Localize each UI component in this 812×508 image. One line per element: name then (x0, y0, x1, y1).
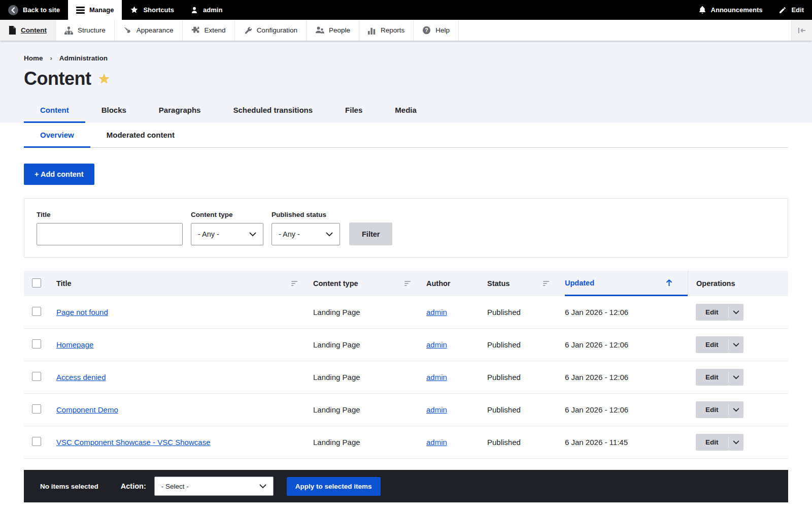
content-title-link[interactable]: Page not found (56, 308, 108, 316)
back-to-site-button[interactable]: Back to site (0, 0, 68, 20)
author-link[interactable]: admin (426, 373, 447, 382)
announcements-button[interactable]: Announcements (690, 0, 771, 20)
author-link[interactable]: admin (426, 405, 447, 414)
help-icon: ? (422, 26, 431, 35)
menu-item-people[interactable]: People (307, 20, 359, 41)
people-icon (315, 26, 324, 35)
table-row: Homepage Landing Page admin Published 6 … (24, 329, 788, 361)
manage-tab[interactable]: Manage (68, 0, 122, 20)
operations-split-button: Edit (696, 401, 743, 418)
content-title-link[interactable]: VSC Component Showcase - VSC Showcase (56, 438, 210, 447)
bookmark-star-icon[interactable]: ★ (98, 71, 110, 87)
tab-blocks[interactable]: Blocks (85, 100, 143, 123)
chevron-down-icon (326, 232, 333, 237)
content-type-select[interactable]: - Any - (191, 223, 263, 245)
chevron-down-icon (249, 232, 256, 237)
tab-content[interactable]: Content (24, 100, 85, 123)
menu-item-help[interactable]: ? Help (414, 20, 459, 41)
content-title-link[interactable]: Homepage (56, 340, 93, 349)
subtab-moderated-content[interactable]: Moderated content (90, 123, 191, 148)
edit-button[interactable]: Edit (696, 434, 728, 451)
menu-item-label: Reports (381, 26, 404, 34)
content-type-cell: Landing Page (313, 405, 426, 414)
updated-cell: 6 Jan 2026 - 12:06 (565, 405, 688, 414)
manage-label: Manage (89, 6, 114, 14)
published-status-filter-label: Published status (272, 211, 340, 218)
author-link[interactable]: admin (426, 438, 447, 447)
content-type-cell: Landing Page (313, 373, 426, 382)
breadcrumb-administration-link[interactable]: Administration (59, 54, 108, 62)
row-checkbox[interactable] (32, 339, 41, 348)
edit-button[interactable]: Edit (696, 304, 728, 321)
user-menu[interactable]: admin (182, 0, 230, 20)
shortcuts-tab[interactable]: Shortcuts (122, 0, 182, 20)
apply-to-selected-button[interactable]: Apply to selected items (287, 477, 381, 496)
primary-tabs: Content Blocks Paragraphs Scheduled tran… (24, 100, 788, 123)
menu-item-label: Extend (205, 26, 226, 34)
filter-button[interactable]: Filter (349, 223, 392, 245)
author-link[interactable]: admin (426, 340, 447, 349)
author-link[interactable]: admin (426, 308, 447, 316)
breadcrumb-home-link[interactable]: Home (24, 54, 43, 62)
row-checkbox[interactable] (32, 404, 41, 414)
collapse-arrow-icon (798, 27, 806, 34)
bulk-actions-bar: No items selected Action: - Select - App… (24, 470, 788, 502)
menu-item-configuration[interactable]: Configuration (235, 20, 307, 41)
tab-files[interactable]: Files (329, 100, 379, 123)
menu-item-label: Configuration (257, 26, 297, 34)
star-icon (130, 6, 139, 14)
tab-media[interactable]: Media (379, 100, 433, 123)
row-checkbox[interactable] (32, 437, 41, 446)
admin-menu-bar: Content Structure Appearance Extend Conf… (0, 20, 812, 41)
edit-button[interactable]: Edit (696, 369, 728, 386)
menu-item-content[interactable]: Content (0, 20, 56, 41)
operations-split-button: Edit (696, 369, 743, 386)
sort-icon (543, 281, 550, 286)
tab-paragraphs[interactable]: Paragraphs (143, 100, 217, 123)
bar-chart-icon (368, 26, 376, 35)
column-header-status[interactable]: Status (487, 271, 565, 296)
edit-mode-button[interactable]: Edit (770, 0, 812, 20)
content-title-link[interactable]: Access denied (56, 373, 106, 382)
menu-item-reports[interactable]: Reports (359, 20, 414, 41)
content-title-link[interactable]: Component Demo (56, 405, 118, 414)
column-header-content-type[interactable]: Content type (313, 271, 426, 296)
chevron-down-icon (733, 343, 739, 347)
menu-item-structure[interactable]: Structure (56, 20, 115, 41)
edit-button[interactable]: Edit (696, 401, 728, 418)
updated-cell: 6 Jan 2026 - 12:06 (565, 340, 688, 349)
page-header: Home › Administration Content ★ Content … (0, 41, 812, 123)
subtab-overview[interactable]: Overview (24, 123, 90, 148)
status-cell: Published (487, 405, 565, 414)
puzzle-icon (191, 26, 200, 35)
published-status-select[interactable]: - Any - (272, 223, 340, 245)
row-checkbox[interactable] (32, 372, 41, 381)
chevron-down-icon (733, 440, 739, 444)
select-all-checkbox[interactable] (32, 278, 41, 288)
paintbrush-icon (123, 26, 132, 35)
updated-cell: 6 Jan 2026 - 11:45 (565, 438, 688, 447)
operations-dropdown-toggle[interactable] (729, 434, 743, 451)
toolbar-orientation-toggle[interactable] (791, 20, 812, 41)
tab-scheduled-transitions[interactable]: Scheduled transitions (217, 100, 329, 123)
menu-item-extend[interactable]: Extend (183, 20, 235, 41)
bulk-action-select[interactable]: - Select - (154, 477, 274, 496)
main-content: Overview Moderated content + Add content… (0, 123, 812, 502)
edit-button[interactable]: Edit (696, 336, 728, 353)
operations-dropdown-toggle[interactable] (729, 401, 743, 418)
title-filter-input[interactable] (37, 223, 183, 245)
user-label: admin (203, 6, 222, 14)
column-header-operations: Operations (688, 271, 788, 296)
secondary-tabs: Overview Moderated content (24, 123, 788, 147)
row-checkbox[interactable] (32, 307, 41, 316)
column-header-title[interactable]: Title (48, 271, 313, 296)
operations-dropdown-toggle[interactable] (729, 369, 743, 386)
menu-item-appearance[interactable]: Appearance (115, 20, 183, 41)
operations-dropdown-toggle[interactable] (729, 336, 743, 353)
column-header-updated[interactable]: Updated (565, 271, 688, 296)
updated-cell: 6 Jan 2026 - 12:06 (565, 308, 688, 316)
content-type-selected-value: - Any - (198, 230, 219, 238)
edit-mode-label: Edit (791, 6, 804, 14)
operations-dropdown-toggle[interactable] (729, 304, 743, 321)
add-content-button[interactable]: + Add content (24, 164, 94, 185)
